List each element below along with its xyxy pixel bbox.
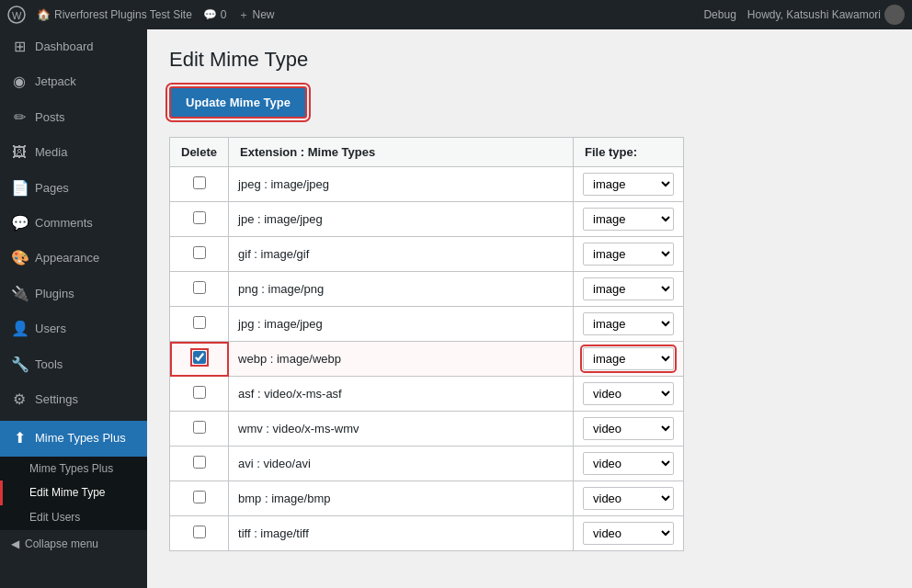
comments-count: 0 [221, 8, 227, 21]
table-row: tiff : image/tiffimagevideoaudioapplicat… [170, 516, 684, 551]
comments-icon: 💬 [11, 213, 28, 233]
extension-cell: tiff : image/tiff [229, 516, 574, 551]
submenu-label-edit-mime-type: Edit Mime Type [29, 485, 105, 501]
table-row: jpg : image/jpegimagevideoaudioapplicati… [170, 307, 684, 342]
col-header-extension: Extension : Mime Types [229, 138, 574, 167]
delete-checkbox[interactable] [193, 421, 206, 434]
sidebar-label-mime-types-plus: Mime Types Plus [35, 430, 126, 447]
extension-cell: avi : video/avi [229, 447, 574, 481]
mime-table-wrapper: Delete Extension : Mime Types File type:… [169, 137, 890, 551]
sidebar-label-dashboard: Dashboard [35, 39, 94, 55]
sidebar-item-comments[interactable]: 💬 Comments [0, 206, 147, 241]
file-type-select[interactable]: imagevideoaudioapplicationtext [583, 347, 674, 370]
sidebar-item-mime-types-plus-parent[interactable]: ⬆ Mime Types Plus [0, 421, 147, 456]
comment-icon: 💬 [203, 8, 217, 21]
main-content: Edit Mime Type Update Mime Type Delete E… [147, 29, 912, 588]
svg-text:W: W [12, 10, 22, 21]
wp-logo-button[interactable]: W [7, 6, 26, 24]
file-type-select[interactable]: imagevideoaudioapplicationtext [583, 487, 674, 510]
site-name-link[interactable]: 🏠 Riverforest Plugins Test Site [37, 8, 192, 21]
mime-table-body: jpeg : image/jpegimagevideoaudioapplicat… [170, 167, 684, 551]
sidebar-item-media[interactable]: 🖼 Media [0, 135, 147, 170]
sidebar-item-users[interactable]: 👤 Users [0, 311, 147, 346]
delete-checkbox[interactable] [193, 316, 206, 329]
appearance-icon: 🎨 [11, 248, 28, 268]
extension-cell: png : image/png [229, 272, 574, 307]
tools-icon: 🔧 [11, 355, 28, 375]
sidebar-item-jetpack[interactable]: ◉ Jetpack [0, 64, 147, 99]
sidebar-item-appearance[interactable]: 🎨 Appearance [0, 241, 147, 276]
file-type-select[interactable]: imagevideoaudioapplicationtext [583, 382, 674, 405]
delete-checkbox[interactable] [193, 281, 206, 294]
delete-checkbox[interactable] [193, 456, 206, 469]
admin-bar: W 🏠 Riverforest Plugins Test Site 💬 0 ＋ … [0, 0, 912, 29]
plus-icon: ＋ [238, 7, 249, 23]
file-type-select[interactable]: imagevideoaudioapplicationtext [583, 243, 674, 266]
submenu-item-edit-mime-type[interactable]: Edit Mime Type [0, 481, 147, 505]
extension-cell: gif : image/gif [229, 237, 574, 272]
upload-icon: ⬆ [11, 428, 28, 448]
extension-cell: jpeg : image/jpeg [229, 167, 574, 202]
table-header-row: Delete Extension : Mime Types File type: [170, 138, 684, 167]
sidebar-item-settings[interactable]: ⚙ Settings [0, 382, 147, 417]
submenu-item-mime-types-plus[interactable]: Mime Types Plus [0, 457, 147, 481]
extension-cell: wmv : video/x-ms-wmv [229, 412, 574, 447]
delete-checkbox[interactable] [193, 246, 206, 259]
delete-checkbox[interactable] [193, 176, 206, 189]
sidebar-label-tools: Tools [35, 356, 63, 373]
file-type-select[interactable]: imagevideoaudioapplicationtext [583, 277, 674, 300]
home-icon: 🏠 [37, 8, 51, 21]
submenu-item-edit-users[interactable]: Edit Users [0, 505, 147, 530]
settings-icon: ⚙ [11, 390, 28, 410]
sidebar-label-pages: Pages [35, 180, 69, 197]
submenu-label-mime-types-plus: Mime Types Plus [29, 461, 113, 477]
table-row: wmv : video/x-ms-wmvimagevideoaudioappli… [170, 412, 684, 447]
sidebar-label-settings: Settings [35, 391, 78, 408]
extension-cell: asf : video/x-ms-asf [229, 377, 574, 412]
new-content-button[interactable]: ＋ New [238, 7, 275, 23]
file-type-select[interactable]: imagevideoaudioapplicationtext [583, 452, 674, 475]
debug-label: Debug [703, 8, 735, 21]
col-header-filetype: File type: [574, 138, 684, 167]
new-label: New [253, 8, 275, 21]
collapse-menu-button[interactable]: ◀ Collapse menu [0, 530, 147, 558]
file-type-select[interactable]: imagevideoaudioapplicationtext [583, 522, 674, 545]
user-label: Howdy, Katsushi Kawamori [747, 8, 881, 21]
sidebar-item-posts[interactable]: ✏ Posts [0, 100, 147, 135]
dashboard-icon: ⊞ [11, 37, 28, 57]
debug-link[interactable]: Debug [703, 8, 735, 21]
posts-icon: ✏ [11, 107, 28, 128]
sidebar-label-users: Users [35, 321, 66, 337]
site-name: Riverforest Plugins Test Site [54, 8, 192, 21]
extension-cell: webp : image/webp [229, 342, 574, 377]
table-row: avi : video/aviimagevideoaudioapplicatio… [170, 447, 684, 481]
table-row: bmp : image/bmpimagevideoaudioapplicatio… [170, 481, 684, 516]
user-menu[interactable]: Howdy, Katsushi Kawamori [747, 5, 905, 25]
delete-checkbox[interactable] [193, 526, 206, 538]
sidebar-item-dashboard[interactable]: ⊞ Dashboard [0, 29, 147, 64]
sidebar-label-posts: Posts [35, 109, 65, 126]
delete-checkbox[interactable] [193, 351, 206, 364]
extension-cell: jpg : image/jpeg [229, 307, 574, 342]
delete-checkbox[interactable] [193, 386, 206, 399]
sidebar-item-tools[interactable]: 🔧 Tools [0, 347, 147, 382]
table-row: jpeg : image/jpegimagevideoaudioapplicat… [170, 167, 684, 202]
update-mime-type-button[interactable]: Update Mime Type [169, 86, 307, 119]
file-type-select[interactable]: imagevideoaudioapplicationtext [583, 173, 674, 196]
file-type-select[interactable]: imagevideoaudioapplicationtext [583, 208, 674, 231]
comments-link[interactable]: 💬 0 [203, 8, 227, 21]
file-type-select[interactable]: imagevideoaudioapplicationtext [583, 417, 674, 440]
plugins-icon: 🔌 [11, 284, 28, 304]
sidebar-label-jetpack: Jetpack [35, 74, 76, 90]
media-icon: 🖼 [11, 142, 28, 163]
delete-checkbox[interactable] [193, 491, 206, 503]
delete-checkbox[interactable] [193, 211, 206, 224]
mime-types-submenu: Mime Types Plus Edit Mime Type Edit User… [0, 457, 147, 530]
collapse-icon: ◀ [11, 537, 19, 550]
submenu-label-edit-users: Edit Users [29, 510, 80, 526]
sidebar-label-appearance: Appearance [35, 250, 99, 266]
sidebar-item-plugins[interactable]: 🔌 Plugins [0, 277, 147, 311]
sidebar-item-pages[interactable]: 📄 Pages [0, 171, 147, 206]
file-type-select[interactable]: imagevideoaudioapplicationtext [583, 312, 674, 335]
extension-cell: jpe : image/jpeg [229, 202, 574, 237]
